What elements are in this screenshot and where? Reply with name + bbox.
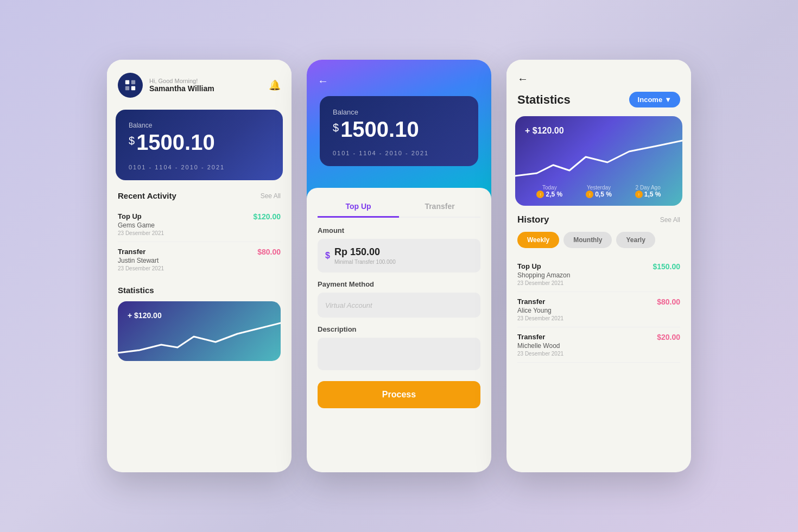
history-row-3: Transfer Michelle Wood 23 Desember 2021 … (517, 333, 680, 357)
topup-balance-card: Balance $ 1500.10 0101 - 1104 - 2010 - 2… (320, 96, 478, 166)
pct-icon-today: ↑ (536, 191, 544, 198)
history-sub-1: Shopping Amazon (517, 271, 570, 279)
user-info: Hi, Good Morning! Samantha William (149, 78, 269, 93)
topup-dollar: $ (333, 122, 339, 134)
stats-card: + $120.00 (118, 301, 281, 361)
history-amount-1: $150.00 (653, 262, 680, 271)
greeting-text: Hi, Good Morning! (149, 78, 269, 84)
pct-icon-yesterday: ↑ (586, 191, 593, 198)
topup-card-number: 0101 - 1104 - 2010 - 2021 (333, 150, 465, 156)
period-today: Today ↑ 2,5 % (536, 185, 562, 198)
topup-form: Amount $ Rp 150.00 Minimal Transfer 100.… (318, 218, 480, 417)
2day-pct-value: 1,5 % (644, 191, 661, 198)
period-today-label: Today (536, 185, 562, 191)
activity-amount: $120.00 (253, 212, 281, 221)
user-icon (124, 79, 136, 91)
stats-page-header: ← Statistics Income ▼ (506, 60, 691, 114)
history-item-3: Transfer Michelle Wood 23 Desember 2021 … (517, 327, 680, 363)
dropdown-arrow: ▼ (664, 96, 672, 104)
history-date-2: 23 Desember 2021 (517, 315, 563, 321)
topup-tabs: Top Up Transfer (318, 188, 480, 218)
tab-transfer[interactable]: Transfer (399, 197, 480, 217)
recent-activity-section: Recent Activity See All Top Up Gems Game… (107, 191, 292, 277)
activity-row-2: Transfer Justin Stewart 23 Desember 2021… (118, 248, 281, 271)
history-row-2: Transfer Alice Young 23 Desember 2021 $8… (517, 297, 680, 321)
tab-topup[interactable]: Top Up (318, 197, 399, 218)
stats-title: Statistics (118, 286, 154, 295)
chart-periods: Today ↑ 2,5 % Yesterday ↑ 0,5 % 2 Day Ag… (515, 185, 682, 198)
screens-container: Hi, Good Morning! Samantha William 🔔 Bal… (107, 38, 691, 494)
amount-hint: Minimal Transfer 100.000 (334, 259, 396, 265)
history-type-3: Transfer (517, 333, 563, 341)
activity-date-2: 23 Desember 2021 (118, 265, 164, 271)
amount-input-wrap[interactable]: $ Rp 150.00 Minimal Transfer 100.000 (318, 239, 480, 273)
amount-value-block: Rp 150.00 Minimal Transfer 100.000 (334, 246, 396, 265)
activity-row: Top Up Gems Game 23 Desember 2021 $120.0… (118, 212, 281, 236)
activity-see-all[interactable]: See All (261, 192, 281, 200)
pct-icon-2day: ↑ (635, 191, 643, 198)
history-sub-2: Alice Young (517, 307, 563, 314)
period-yesterday: Yesterday ↑ 0,5 % (586, 185, 612, 198)
period-2dayago: 2 Day Ago ↑ 1,5 % (635, 185, 661, 198)
history-section: History See All Weekly Mounthly Yearly T… (506, 214, 691, 363)
income-label: Income (638, 96, 663, 104)
amount-dollar: $ (325, 251, 330, 261)
history-type-2: Transfer (517, 297, 563, 306)
dollar-sign: $ (129, 135, 135, 147)
balance-amount: $ 1500.10 (129, 131, 270, 153)
stats-header: Statistics (118, 286, 281, 295)
topup-header-bg: ← Balance $ 1500.10 0101 - 1104 - 2010 -… (307, 60, 491, 199)
history-filter-tabs: Weekly Mounthly Yearly (517, 232, 680, 248)
payment-label: Payment Method (318, 280, 480, 288)
stats-chart-svg (515, 132, 682, 187)
filter-weekly[interactable]: Weekly (517, 232, 559, 248)
home-header: Hi, Good Morning! Samantha William 🔔 (107, 60, 292, 107)
amount-label: Amount (318, 226, 480, 235)
description-input[interactable] (318, 338, 480, 370)
history-item-1: Top Up Shopping Amazon 23 Desember 2021 … (517, 257, 680, 292)
topup-balance-amount: $ 1500.10 (333, 118, 465, 140)
stats-chart-card: + $120.00 Today ↑ 2,5 % Yesterday ↑ 0,5 … (515, 116, 682, 206)
period-yesterday-pct: ↑ 0,5 % (586, 191, 612, 198)
process-button[interactable]: Process (318, 381, 480, 408)
history-date-3: 23 Desember 2021 (517, 351, 563, 357)
yesterday-pct-value: 0,5 % (595, 191, 612, 198)
filter-yearly[interactable]: Yearly (616, 232, 655, 248)
notification-bell[interactable]: 🔔 (269, 79, 281, 91)
user-name: Samantha William (149, 84, 269, 93)
svg-rect-3 (131, 86, 135, 90)
payment-method-input[interactable]: Virtual Account (318, 293, 480, 318)
screen-statistics: ← Statistics Income ▼ + $120.00 Today ↑ (506, 60, 691, 472)
activity-type: Top Up (118, 212, 164, 220)
filter-monthly[interactable]: Mounthly (563, 232, 612, 248)
payment-placeholder: Virtual Account (325, 301, 372, 309)
balance-label: Balance (129, 122, 270, 129)
income-filter-button[interactable]: Income ▼ (629, 92, 680, 107)
today-pct-value: 2,5 % (546, 191, 562, 198)
history-type-1: Top Up (517, 262, 570, 270)
balance-card: Balance $ 1500.10 0101 - 1104 - 2010 - 2… (116, 110, 283, 180)
activity-type-2: Transfer (118, 248, 164, 256)
stats-back-button[interactable]: ← (517, 73, 680, 85)
activity-amount-2: $80.00 (257, 248, 281, 256)
history-row-1: Top Up Shopping Amazon 23 Desember 2021 … (517, 262, 680, 286)
history-see-all[interactable]: See All (660, 216, 680, 224)
svg-rect-0 (125, 80, 129, 84)
period-2day-label: 2 Day Ago (635, 185, 661, 191)
stats-page-title: Statistics (517, 93, 571, 107)
activity-title: Recent Activity (118, 191, 176, 200)
back-button[interactable]: ← (318, 75, 480, 87)
svg-rect-2 (125, 86, 129, 90)
activity-info-2: Transfer Justin Stewart 23 Desember 2021 (118, 248, 164, 271)
activity-header: Recent Activity See All (118, 191, 281, 200)
history-info-2: Transfer Alice Young 23 Desember 2021 (517, 297, 563, 321)
history-header: History See All (517, 214, 680, 225)
avatar (118, 73, 143, 98)
screen-topup: ← Balance $ 1500.10 0101 - 1104 - 2010 -… (307, 60, 491, 472)
balance-number: 1500.10 (136, 131, 215, 153)
history-amount-3: $20.00 (657, 333, 680, 341)
history-date-1: 23 Desember 2021 (517, 280, 570, 286)
stats-title-row: Statistics Income ▼ (517, 92, 680, 107)
desc-label: Description (318, 325, 480, 333)
activity-item-transfer: Transfer Justin Stewart 23 Desember 2021… (118, 242, 281, 277)
